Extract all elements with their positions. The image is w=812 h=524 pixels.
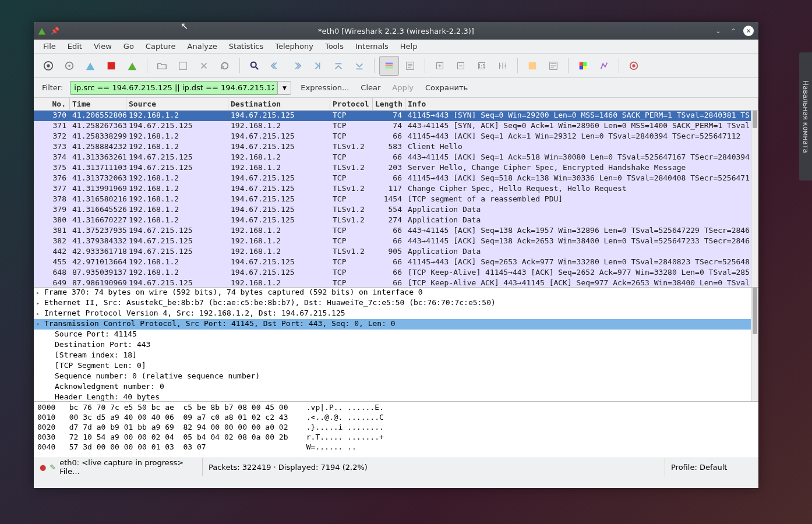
go-back-icon[interactable]: [266, 56, 285, 76]
goto-last-icon[interactable]: [349, 56, 369, 76]
detail-line[interactable]: ▸Ethernet II, Src: AsustekC_be:8b:b7 (bc…: [34, 298, 758, 309]
resize-columns-icon[interactable]: [493, 56, 513, 76]
apply-button[interactable]: Apply: [390, 82, 416, 93]
interfaces-icon[interactable]: [38, 56, 58, 76]
col-destination[interactable]: Destination: [228, 98, 330, 110]
filter-bar: Filter: ▼ Expression... Clear Apply Сохр…: [34, 78, 758, 98]
capture-filters-icon[interactable]: [522, 56, 542, 76]
status-profile[interactable]: Profile: Default: [671, 463, 727, 472]
packet-row[interactable]: 38141.375237935194.67.215.125192.168.1.2…: [34, 226, 758, 236]
packet-row[interactable]: 64887.935039137192.168.1.2194.67.215.125…: [34, 268, 758, 278]
svg-rect-8: [386, 65, 393, 66]
maximize-button[interactable]: ⌃: [728, 26, 739, 36]
filter-label: Filter:: [42, 83, 63, 92]
col-time[interactable]: Time: [70, 98, 126, 110]
svg-rect-17: [580, 62, 583, 65]
hex-line[interactable]: 0030 72 10 54 a9 00 00 02 04 05 b4 04 02…: [37, 433, 755, 442]
col-info[interactable]: Info: [405, 98, 758, 110]
detail-line[interactable]: Header Length: 40 bytes: [34, 392, 758, 402]
packet-row[interactable]: 37041.206552806192.168.1.2194.67.215.125…: [34, 111, 758, 121]
packet-row[interactable]: 37641.313732063192.168.1.2194.67.215.125…: [34, 174, 758, 184]
hex-line[interactable]: 0040 57 3d 00 00 00 00 01 03 03 07 W=...…: [37, 442, 755, 452]
colorize-icon[interactable]: [379, 56, 399, 76]
hex-line[interactable]: 0000 bc 76 70 7c e5 50 bc ae c5 be 8b b7…: [37, 403, 755, 413]
menu-analyze[interactable]: Analyze: [182, 41, 223, 52]
restart-capture-icon[interactable]: [122, 56, 142, 76]
pin-icon[interactable]: 📌: [50, 26, 59, 36]
svg-rect-20: [583, 66, 587, 69]
filter-dropdown[interactable]: ▼: [277, 81, 291, 95]
detail-line[interactable]: ▸Internet Protocol Version 4, Src: 192.1…: [34, 309, 758, 319]
packet-row[interactable]: 37341.258884232192.168.1.2194.67.215.125…: [34, 142, 758, 153]
close-button[interactable]: ✕: [743, 26, 754, 36]
packet-row[interactable]: 44242.933361718194.67.215.125192.168.1.2…: [34, 247, 758, 257]
display-filters-icon[interactable]: [543, 56, 563, 76]
packet-row[interactable]: 37541.313711103194.67.215.125192.168.1.2…: [34, 163, 758, 174]
menu-go[interactable]: Go: [118, 41, 140, 52]
goto-packet-icon[interactable]: [308, 56, 327, 76]
details-scrollbar[interactable]: [751, 288, 758, 401]
options-icon[interactable]: [59, 56, 79, 76]
detail-line[interactable]: Acknowledgment number: 0: [34, 382, 758, 392]
coloring-rules-icon[interactable]: [573, 56, 593, 76]
reload-icon[interactable]: [215, 56, 235, 76]
hex-line[interactable]: 0010 00 3c d5 a9 40 00 40 06 09 a7 c0 a8…: [37, 413, 755, 423]
packet-row[interactable]: 37741.313991969192.168.1.2194.67.215.125…: [34, 184, 758, 194]
packet-row[interactable]: 37141.258267363194.67.215.125192.168.1.2…: [34, 121, 758, 132]
help-icon[interactable]: [624, 56, 644, 76]
packet-row[interactable]: 37241.258338299192.168.1.2194.67.215.125…: [34, 132, 758, 142]
side-panel-tab[interactable]: Навальная комната: [799, 52, 812, 180]
find-icon[interactable]: [245, 56, 264, 76]
packet-row[interactable]: 38041.316670227192.168.1.2194.67.215.125…: [34, 215, 758, 226]
packet-list: No. Time Source Destination Protocol Len…: [34, 98, 758, 288]
col-source[interactable]: Source: [126, 98, 228, 110]
save-file-icon[interactable]: [173, 56, 193, 76]
expression-button[interactable]: Expression...: [298, 82, 351, 93]
col-no[interactable]: No.: [34, 98, 70, 110]
detail-line[interactable]: ▾Transmission Control Protocol, Src Port…: [34, 319, 758, 330]
go-forward-icon[interactable]: [287, 56, 306, 76]
start-capture-icon[interactable]: [80, 56, 100, 76]
menu-file[interactable]: File: [37, 41, 62, 52]
packet-row[interactable]: 37841.316580216192.168.1.2194.67.215.125…: [34, 194, 758, 205]
close-file-icon[interactable]: [194, 56, 214, 76]
packet-scrollbar[interactable]: [751, 111, 758, 287]
zoom-in-icon[interactable]: [430, 56, 450, 76]
goto-first-icon[interactable]: [329, 56, 348, 76]
detail-line[interactable]: [Stream index: 18]: [34, 350, 758, 361]
packet-bytes: 0000 bc 76 70 7c e5 50 bc ae c5 be 8b b7…: [34, 402, 758, 458]
menu-statistics[interactable]: Statistics: [223, 41, 269, 52]
svg-rect-15: [529, 62, 536, 69]
packet-row[interactable]: 45542.971013664192.168.1.2194.67.215.125…: [34, 257, 758, 268]
detail-line[interactable]: ▸Frame 370: 74 bytes on wire (592 bits),…: [34, 288, 758, 298]
menu-internals[interactable]: Internals: [349, 41, 394, 52]
packet-row[interactable]: 37441.313363261194.67.215.125192.168.1.2…: [34, 153, 758, 163]
preferences-icon[interactable]: [594, 56, 614, 76]
zoom-out-icon[interactable]: [451, 56, 471, 76]
detail-line[interactable]: [TCP Segment Len: 0]: [34, 361, 758, 371]
menu-capture[interactable]: Capture: [140, 41, 182, 52]
stop-capture-icon[interactable]: [101, 56, 121, 76]
menu-edit[interactable]: Edit: [62, 41, 88, 52]
packet-row[interactable]: 38241.379384332194.67.215.125192.168.1.2…: [34, 236, 758, 247]
clear-button[interactable]: Clear: [358, 82, 383, 93]
svg-rect-19: [580, 66, 583, 69]
packet-row[interactable]: 37941.316645526192.168.1.2194.67.215.125…: [34, 205, 758, 215]
minimize-button[interactable]: ⌄: [713, 26, 723, 36]
detail-line[interactable]: Destination Port: 443: [34, 340, 758, 350]
open-file-icon[interactable]: [152, 56, 172, 76]
packet-row[interactable]: 64987.986190969194.67.215.125192.168.1.2…: [34, 278, 758, 288]
col-length[interactable]: Length: [373, 98, 405, 110]
detail-line[interactable]: Sequence number: 0 (relative sequence nu…: [34, 371, 758, 382]
zoom-reset-icon[interactable]: 1:1: [472, 56, 492, 76]
filter-input[interactable]: [70, 81, 277, 95]
hex-line[interactable]: 0020 d7 7d a0 b9 01 bb a9 69 82 94 00 00…: [37, 423, 755, 433]
detail-line[interactable]: Source Port: 41145: [34, 330, 758, 340]
save-filter-button[interactable]: Сохранить: [423, 82, 470, 93]
menu-help[interactable]: Help: [394, 41, 423, 52]
autoscroll-icon[interactable]: [400, 56, 420, 76]
menu-tools[interactable]: Tools: [319, 41, 349, 52]
col-protocol[interactable]: Protocol: [330, 98, 373, 110]
menu-view[interactable]: View: [88, 41, 118, 52]
menu-telephony[interactable]: Telephony: [269, 41, 319, 52]
